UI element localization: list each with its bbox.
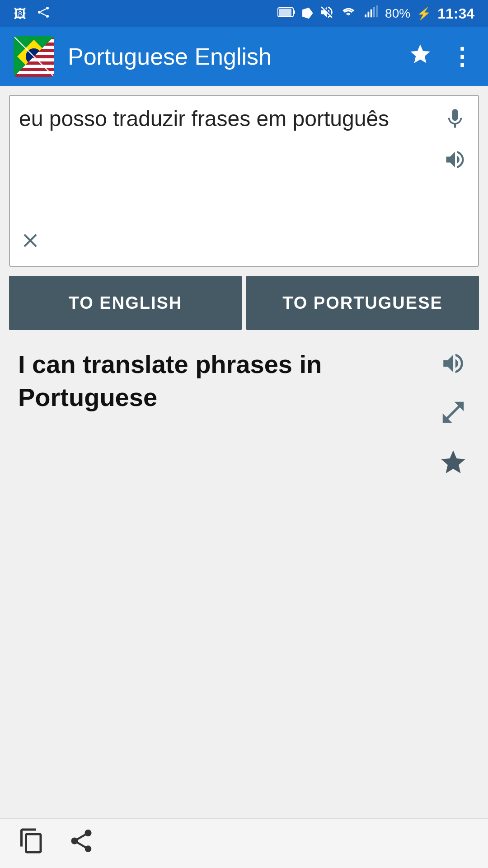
svg-point-1	[46, 7, 49, 9]
svg-rect-12	[376, 5, 378, 17]
microphone-button[interactable]	[441, 105, 469, 137]
svg-rect-6	[279, 9, 291, 16]
to-portuguese-button[interactable]: TO PORTUGUESE	[246, 276, 479, 330]
photo-icon: 🖼	[14, 6, 26, 21]
copy-button[interactable]	[18, 827, 45, 860]
svg-line-4	[41, 13, 46, 16]
input-row	[19, 105, 469, 189]
result-icons	[436, 348, 470, 483]
mute-icon	[319, 5, 334, 23]
svg-point-0	[38, 11, 41, 14]
source-text-input[interactable]	[19, 105, 436, 189]
app-title: Portuguese English	[68, 43, 395, 70]
result-row: I can translate phrases in Portuguese	[18, 348, 470, 483]
favorite-button[interactable]	[408, 42, 432, 71]
battery-status-icon: ⚡	[417, 7, 431, 21]
svg-line-3	[41, 9, 46, 12]
clear-button[interactable]	[19, 229, 42, 257]
svg-rect-10	[371, 9, 372, 17]
battery-icon	[277, 6, 296, 22]
app-bar-actions: ⋮	[408, 42, 474, 71]
speaker-button-result[interactable]	[438, 348, 469, 382]
to-english-button[interactable]: TO ENGLISH	[9, 276, 242, 330]
svg-rect-24	[14, 71, 54, 74]
bottom-bar	[0, 818, 488, 868]
svg-rect-7	[293, 10, 295, 14]
svg-rect-9	[368, 11, 370, 17]
network-icon	[35, 4, 52, 23]
input-icons	[441, 105, 469, 177]
svg-rect-11	[373, 7, 375, 17]
status-bar-left: 🖼	[14, 4, 52, 23]
result-area: I can translate phrases in Portuguese	[9, 339, 479, 492]
translated-text: I can translate phrases in Portuguese	[18, 348, 432, 414]
bluetooth-icon: ⭓	[302, 6, 313, 21]
status-bar-right: ⭓ 80% ⚡ 11:34	[277, 5, 474, 23]
svg-point-2	[46, 15, 49, 18]
input-area	[9, 95, 479, 267]
time-display: 11:34	[437, 5, 474, 22]
app-logo	[14, 36, 54, 77]
wifi-icon	[341, 5, 357, 22]
share-button[interactable]	[68, 827, 95, 860]
more-options-button[interactable]: ⋮	[450, 43, 474, 70]
battery-percent: 80%	[385, 6, 410, 21]
expand-button[interactable]	[437, 396, 469, 432]
translate-buttons: TO ENGLISH TO PORTUGUESE	[9, 276, 479, 330]
svg-rect-8	[365, 14, 366, 17]
signal-icon	[363, 5, 379, 22]
status-bar: 🖼 ⭓	[0, 0, 488, 27]
speaker-button-input[interactable]	[441, 146, 469, 177]
favorite-result-button[interactable]	[436, 446, 470, 483]
app-bar: Portuguese English ⋮	[0, 27, 488, 86]
